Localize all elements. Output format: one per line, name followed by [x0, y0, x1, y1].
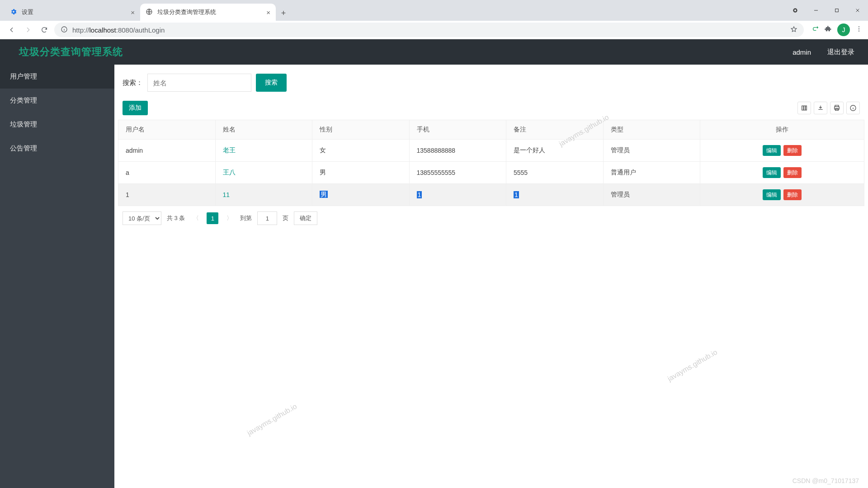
goto-label: 到第 — [240, 214, 252, 222]
search-button[interactable]: 搜索 — [256, 74, 287, 92]
extensions-update-icon[interactable] — [812, 25, 819, 34]
app-header: 垃圾分类查询管理系统 admin 退出登录 — [0, 39, 868, 65]
th-gender: 性别 — [312, 120, 410, 140]
svg-rect-4 — [835, 9, 839, 12]
cell-gender: 男 — [312, 184, 410, 206]
th-remark: 备注 — [506, 120, 604, 140]
star-icon[interactable] — [790, 26, 797, 34]
goto-input[interactable] — [257, 211, 277, 225]
svg-point-10 — [859, 26, 859, 27]
extensions-icon[interactable] — [825, 25, 832, 34]
cell-ops: 编辑删除 — [700, 162, 864, 184]
name-link[interactable]: 11 — [223, 191, 230, 198]
cell-remark: 5555 — [506, 162, 604, 184]
next-page-icon[interactable]: 〉 — [224, 214, 235, 222]
delete-button[interactable]: 删除 — [783, 145, 802, 156]
cell-phone: 13588888888 — [409, 140, 506, 162]
th-phone: 手机 — [409, 120, 506, 140]
close-window-icon[interactable] — [847, 0, 868, 21]
edit-button[interactable]: 编辑 — [763, 145, 781, 156]
th-ops: 操作 — [700, 120, 864, 140]
cell-type: 管理员 — [603, 140, 700, 162]
edit-button[interactable]: 编辑 — [763, 189, 781, 200]
th-type: 类型 — [603, 120, 700, 140]
info-icon[interactable] — [846, 102, 860, 114]
account-indicator-icon[interactable] — [785, 0, 806, 21]
globe-icon — [146, 8, 153, 17]
sidebar-item-garbage-mgmt[interactable]: 垃圾管理 — [0, 113, 114, 136]
search-input[interactable] — [147, 74, 251, 92]
table-row[interactable]: admin老王女13588888888是一个好人管理员编辑删除 — [118, 140, 864, 162]
svg-rect-14 — [804, 106, 805, 110]
logout-link[interactable]: 退出登录 — [827, 48, 854, 56]
maximize-icon[interactable] — [826, 0, 847, 21]
cell-type: 普通用户 — [603, 162, 700, 184]
site-info-icon[interactable] — [61, 26, 68, 34]
kebab-menu-icon[interactable] — [855, 25, 863, 34]
svg-rect-13 — [802, 106, 803, 110]
new-tab-button[interactable]: + — [276, 5, 291, 21]
page-current[interactable]: 1 — [207, 212, 218, 224]
sidebar: 用户管理 分类管理 垃圾管理 公告管理 — [0, 65, 114, 488]
cell-phone: 13855555555 — [409, 162, 506, 184]
sidebar-item-category-mgmt[interactable]: 分类管理 — [0, 89, 114, 113]
forward-icon[interactable] — [22, 23, 34, 36]
content: 搜索： 搜索 添加 用户名 姓名 — [114, 65, 868, 488]
app-title: 垃圾分类查询管理系统 — [19, 45, 123, 59]
profile-avatar[interactable]: J — [837, 23, 850, 36]
cell-remark: 是一个好人 — [506, 140, 604, 162]
browser-tab-app[interactable]: 垃圾分类查询管理系统 × — [140, 4, 276, 21]
sidebar-item-user-mgmt[interactable]: 用户管理 — [0, 65, 114, 89]
table-toolbar: 添加 — [118, 99, 864, 120]
svg-point-12 — [859, 31, 859, 32]
delete-button[interactable]: 删除 — [783, 189, 802, 200]
svg-point-2 — [794, 9, 796, 11]
current-user[interactable]: admin — [793, 48, 811, 56]
delete-button[interactable]: 删除 — [783, 167, 802, 178]
tab-title: 设置 — [22, 8, 33, 16]
page-suffix: 页 — [283, 214, 288, 222]
back-icon[interactable] — [5, 23, 18, 36]
browser-right-icons: J — [807, 23, 863, 36]
cell-gender: 男 — [312, 162, 410, 184]
credit: CSDN @m0_71017137 — [793, 477, 859, 484]
goto-confirm-button[interactable]: 确定 — [294, 211, 317, 225]
page-size-select[interactable]: 10 条/页 — [123, 211, 161, 225]
edit-button[interactable]: 编辑 — [763, 167, 781, 178]
columns-icon[interactable] — [797, 102, 811, 114]
add-button[interactable]: 添加 — [123, 101, 148, 115]
pagination: 10 条/页 共 3 条 〈 1 〉 到第 页 确定 — [118, 206, 864, 230]
browser-navbar: http://localhost:8080/authLogin J — [0, 21, 868, 39]
cell-ops: 编辑删除 — [700, 184, 864, 206]
browser-tab-settings[interactable]: 设置 × — [5, 4, 140, 21]
sidebar-item-notice-mgmt[interactable]: 公告管理 — [0, 136, 114, 160]
name-link[interactable]: 老王 — [223, 146, 236, 154]
app: 垃圾分类查询管理系统 admin 退出登录 用户管理 分类管理 垃圾管理 公告管… — [0, 39, 868, 488]
settings-icon — [10, 8, 17, 17]
print-icon[interactable] — [830, 102, 844, 114]
cell-name: 王八 — [215, 162, 312, 184]
reload-icon[interactable] — [38, 23, 51, 36]
window-controls — [785, 0, 868, 21]
cell-ops: 编辑删除 — [700, 140, 864, 162]
close-icon[interactable]: × — [266, 9, 270, 16]
data-table: 用户名 姓名 性别 手机 备注 类型 操作 admin老王女1358888888… — [118, 120, 864, 206]
svg-rect-15 — [806, 106, 807, 110]
cell-type: 管理员 — [603, 184, 700, 206]
tab-title: 垃圾分类查询管理系统 — [157, 8, 216, 16]
tabstrip: 设置 × 垃圾分类查询管理系统 × + — [0, 0, 868, 21]
table-header-row: 用户名 姓名 性别 手机 备注 类型 操作 — [118, 120, 864, 140]
close-icon[interactable]: × — [131, 9, 135, 16]
minimize-icon[interactable] — [806, 0, 826, 21]
th-username: 用户名 — [118, 120, 216, 140]
export-icon[interactable] — [814, 102, 827, 114]
total-records: 共 3 条 — [167, 214, 185, 222]
prev-page-icon[interactable]: 〈 — [190, 214, 201, 222]
address-bar[interactable]: http://localhost:8080/authLogin — [54, 23, 804, 37]
cell-username: a — [118, 162, 216, 184]
url: http://localhost:8080/authLogin — [72, 26, 165, 34]
cell-username: 1 — [118, 184, 216, 206]
name-link[interactable]: 王八 — [223, 169, 236, 176]
table-row[interactable]: 111男11管理员编辑删除 — [118, 184, 864, 206]
table-row[interactable]: a王八男138555555555555普通用户编辑删除 — [118, 162, 864, 184]
